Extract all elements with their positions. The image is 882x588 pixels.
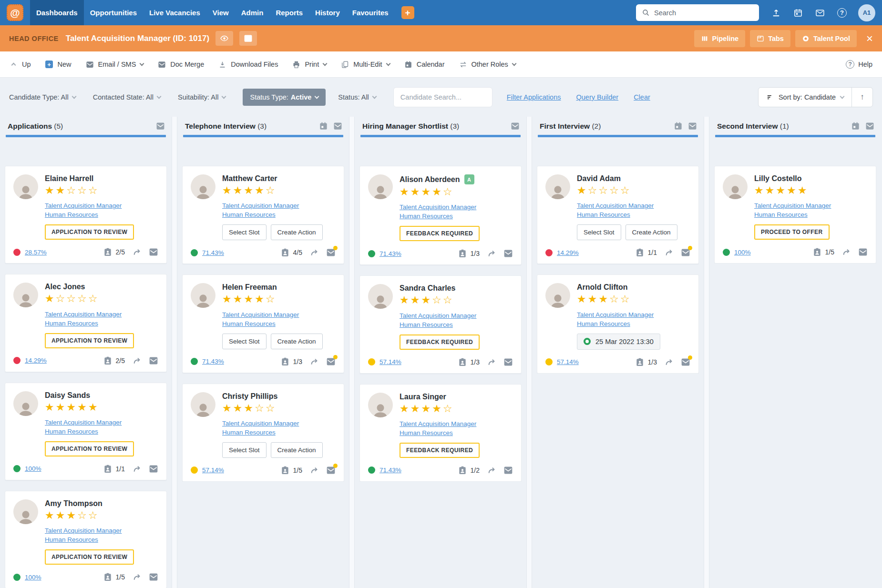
toolbar-new[interactable]: + New (45, 61, 72, 69)
mail-icon[interactable] (149, 356, 158, 365)
upload-icon[interactable] (771, 8, 781, 18)
mail-icon[interactable] (681, 357, 690, 367)
calendar-icon[interactable] (851, 122, 860, 131)
vacancy-link[interactable]: Talent Acquisition Manager (754, 202, 831, 209)
vacancy-link[interactable]: Talent Acquisition Manager (45, 527, 122, 534)
mail-icon[interactable] (326, 357, 336, 366)
mail-icon[interactable] (333, 122, 342, 131)
filter-contacted-state-all[interactable]: Contacted State: All (93, 93, 161, 101)
nav-item-opportunities[interactable]: Opportunities (84, 0, 143, 25)
match-percentage-link[interactable]: 100% (734, 249, 751, 256)
mail-icon[interactable] (503, 466, 513, 475)
calendar-icon[interactable] (319, 122, 328, 131)
mail-icon[interactable] (858, 247, 868, 257)
star-rating[interactable]: ★☆☆☆☆ (45, 293, 158, 304)
mail-icon[interactable] (326, 466, 336, 475)
vacancy-link[interactable]: Talent Acquisition Manager (45, 311, 122, 318)
vacancy-link[interactable]: Talent Acquisition Manager (45, 419, 122, 426)
share-action-icon[interactable] (309, 466, 319, 475)
toolbar-other-roles[interactable]: Other Roles (459, 61, 516, 69)
talent-pool-button[interactable]: Talent Pool (795, 30, 857, 47)
candidate-card[interactable]: Amy Thompson ★★★☆☆ Talent Acquisition Ma… (5, 491, 167, 588)
filter-suitability-all[interactable]: Suitability: All (178, 93, 226, 101)
filter-status-all[interactable]: Status: All (338, 93, 376, 101)
match-percentage-link[interactable]: 14.29% (25, 357, 47, 364)
app-logo[interactable]: @ (7, 4, 23, 21)
match-percentage-link[interactable]: 57.14% (557, 358, 579, 365)
close-icon[interactable]: × (866, 33, 873, 44)
toolbar-download-files[interactable]: Download Files (218, 61, 278, 69)
toolbar-email-sms[interactable]: Email / SMS (86, 61, 144, 69)
filter-applications-link[interactable]: Filter Applications (507, 93, 561, 101)
match-percentage-link[interactable]: 71.43% (379, 466, 401, 474)
mail-icon[interactable] (815, 8, 825, 18)
appointment-chip[interactable]: 25 Mar 2022 13:30 (577, 334, 660, 350)
star-rating[interactable]: ★★☆☆☆ (45, 184, 158, 196)
nav-item-view[interactable]: View (206, 0, 235, 25)
vacancy-link[interactable]: Human Resources (400, 213, 453, 220)
vacancy-link[interactable]: Talent Acquisition Manager (400, 312, 476, 319)
share-action-icon[interactable] (664, 357, 674, 367)
vacancy-link[interactable]: Human Resources (400, 429, 453, 436)
vacancy-link[interactable]: Human Resources (45, 428, 98, 435)
share-action-icon[interactable] (309, 357, 319, 366)
sort-by-button[interactable]: Sort by: Candidate (759, 93, 851, 101)
mail-icon[interactable] (156, 122, 165, 131)
global-search[interactable] (636, 4, 759, 21)
sort-direction-button[interactable]: ↑ (851, 87, 872, 107)
calendar-icon[interactable] (674, 122, 683, 131)
vacancy-link[interactable]: Human Resources (45, 211, 98, 218)
mail-icon[interactable] (149, 247, 158, 257)
add-button[interactable]: + (401, 6, 414, 19)
star-rating[interactable]: ★★★★☆ (222, 293, 336, 305)
star-rating[interactable]: ★★★☆☆ (400, 294, 513, 306)
share-action-icon[interactable] (132, 572, 142, 582)
toolbar-print[interactable]: Print (292, 61, 327, 69)
tabs-button[interactable]: Tabs (750, 30, 790, 47)
vacancy-link[interactable]: Human Resources (754, 211, 808, 218)
nav-item-dashboards[interactable]: Dashboards (30, 0, 84, 25)
match-percentage-link[interactable]: 71.43% (379, 250, 401, 257)
vacancy-link[interactable]: Talent Acquisition Manager (400, 420, 476, 427)
candidate-card[interactable]: Sandra Charles ★★★☆☆ Talent Acquisition … (359, 275, 522, 373)
star-rating[interactable]: ★★★★☆ (222, 184, 336, 196)
toolbar-up[interactable]: Up (10, 61, 31, 69)
star-rating[interactable]: ★★★☆☆ (45, 509, 158, 521)
star-rating[interactable]: ★★★★☆ (400, 403, 513, 415)
select-slot-button[interactable]: Select Slot (222, 442, 267, 458)
mail-icon[interactable] (326, 248, 336, 257)
mail-icon[interactable] (865, 122, 874, 131)
nav-item-live-vacancies[interactable]: Live Vacancies (143, 0, 206, 25)
share-action-icon[interactable] (309, 248, 319, 257)
candidate-search-input[interactable] (393, 87, 492, 107)
candidate-card[interactable]: Elaine Harrell ★★☆☆☆ Talent Acquisition … (5, 166, 167, 264)
vacancy-link[interactable]: Talent Acquisition Manager (222, 311, 299, 318)
toolbar-multi-edit[interactable]: Multi-Edit (341, 61, 390, 69)
mail-icon[interactable] (688, 122, 697, 131)
mail-icon[interactable] (239, 31, 257, 46)
match-percentage-link[interactable]: 57.14% (379, 358, 401, 365)
match-percentage-link[interactable]: 57.14% (202, 466, 224, 474)
star-rating[interactable]: ★☆☆☆☆ (577, 184, 690, 196)
mail-icon[interactable] (503, 357, 513, 367)
match-percentage-link[interactable]: 71.43% (202, 358, 224, 365)
star-rating[interactable]: ★★★★★ (45, 401, 158, 413)
filter-candidate-type-all[interactable]: Candidate Type: All (9, 93, 76, 101)
share-action-icon[interactable] (132, 247, 142, 257)
candidate-card[interactable]: Christy Phillips ★★★☆☆ Talent Acquisitio… (182, 384, 344, 482)
share-action-icon[interactable] (487, 357, 496, 367)
vacancy-link[interactable]: Human Resources (222, 211, 276, 218)
share-action-icon[interactable] (841, 247, 851, 257)
select-slot-button[interactable]: Select Slot (222, 224, 267, 240)
nav-item-admin[interactable]: Admin (235, 0, 270, 25)
match-percentage-link[interactable]: 14.29% (557, 249, 579, 256)
candidate-card[interactable]: Helen Freeman ★★★★☆ Talent Acquisition M… (182, 274, 344, 373)
vacancy-link[interactable]: Human Resources (222, 429, 276, 436)
nav-item-history[interactable]: History (309, 0, 346, 25)
share-action-icon[interactable] (132, 356, 142, 365)
vacancy-link[interactable]: Human Resources (577, 320, 630, 327)
user-avatar[interactable]: A1 (858, 4, 875, 21)
star-rating[interactable]: ★★★☆☆ (222, 402, 336, 414)
eye-icon[interactable] (215, 31, 233, 46)
vacancy-link[interactable]: Talent Acquisition Manager (222, 202, 299, 209)
